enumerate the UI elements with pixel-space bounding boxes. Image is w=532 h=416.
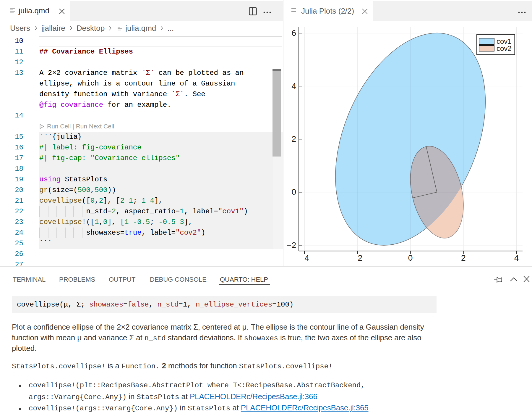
svg-text:6: 6	[291, 28, 296, 38]
svg-text:0: 0	[291, 187, 296, 196]
svg-text:−2: −2	[353, 253, 362, 262]
svg-text:cov1: cov1	[497, 37, 512, 45]
svg-text:0: 0	[408, 253, 413, 262]
svg-text:4: 4	[514, 253, 519, 262]
svg-text:2: 2	[291, 134, 296, 143]
svg-text:cov2: cov2	[497, 44, 512, 52]
svg-text:−4: −4	[300, 253, 309, 262]
svg-text:2: 2	[461, 253, 466, 262]
svg-text:−2: −2	[287, 241, 296, 250]
svg-text:4: 4	[291, 81, 296, 91]
